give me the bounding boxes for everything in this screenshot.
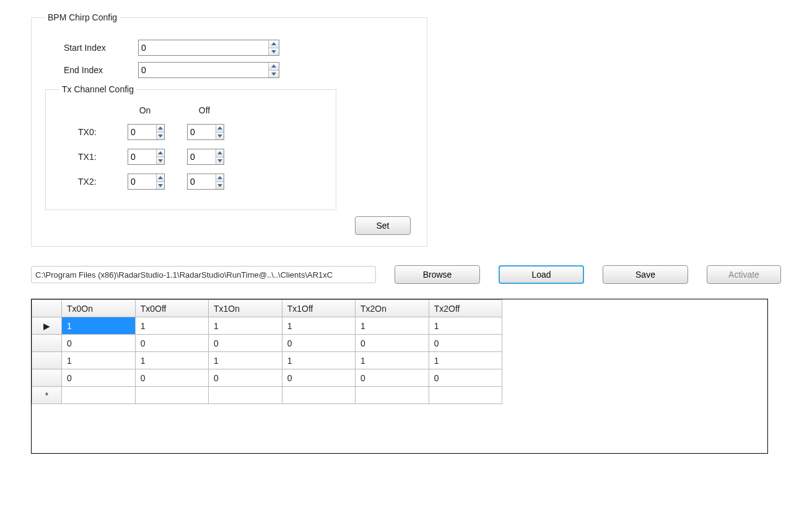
grid-cell[interactable]: 1 (355, 317, 429, 335)
activate-button[interactable]: Activate (707, 265, 781, 284)
grid-cell[interactable]: 0 (135, 335, 208, 352)
grid-cell[interactable]: 1 (208, 317, 282, 335)
tx2-on-up-button[interactable] (157, 174, 164, 182)
set-button[interactable]: Set (355, 216, 411, 235)
grid-cell[interactable]: 0 (62, 369, 136, 387)
tx0-off-down-button[interactable] (216, 133, 224, 140)
svg-marker-9 (158, 159, 163, 162)
tx2-on-down-button[interactable] (157, 182, 164, 190)
end-index-down-button[interactable] (269, 71, 279, 78)
grid-cell[interactable]: 1 (355, 352, 429, 369)
grid-cell[interactable]: 0 (282, 335, 355, 352)
file-path-input[interactable] (31, 266, 376, 283)
load-button[interactable]: Load (499, 265, 584, 284)
tx2-off-input[interactable] (188, 174, 216, 189)
grid-cell[interactable]: 0 (355, 335, 429, 352)
start-index-label: Start Index (64, 43, 138, 53)
tx2-on-stepper[interactable] (128, 174, 165, 190)
tx1-off-stepper[interactable] (187, 149, 224, 165)
start-index-down-button[interactable] (269, 48, 279, 56)
grid-column-header[interactable]: Tx0Off (135, 300, 208, 317)
row-header-new[interactable]: * (32, 387, 62, 404)
grid-cell[interactable]: 0 (62, 335, 136, 352)
table-new-row[interactable]: * (32, 387, 502, 404)
tx1-off-input[interactable] (188, 149, 216, 164)
tx1-on-stepper[interactable] (128, 149, 165, 165)
grid-cell[interactable]: 1 (135, 317, 208, 335)
tx-legend: Tx Channel Config (59, 84, 136, 94)
row-header[interactable] (32, 352, 62, 369)
start-index-input[interactable] (139, 40, 268, 55)
grid-cell[interactable]: 0 (355, 369, 429, 387)
end-index-label: End Index (64, 65, 138, 75)
grid-cell[interactable]: 1 (282, 352, 355, 369)
tx0-on-up-button[interactable] (157, 125, 164, 133)
tx0-on-input[interactable] (128, 125, 156, 139)
grid-cell[interactable] (429, 387, 502, 404)
row-header[interactable]: ▶ (32, 317, 62, 335)
table-row[interactable]: 000000 (32, 335, 502, 352)
tx0-on-down-button[interactable] (157, 133, 164, 140)
svg-marker-14 (217, 176, 222, 179)
grid-cell[interactable]: 1 (429, 352, 502, 369)
row-header[interactable] (32, 369, 62, 387)
bpm-chirp-config-group: BPM Chirp Config Start Index End Index (31, 12, 427, 247)
table-row[interactable]: ▶111111 (32, 317, 502, 335)
tx0-off-up-button[interactable] (216, 125, 224, 133)
tx0-off-input[interactable] (188, 125, 216, 139)
grid-cell[interactable]: 0 (282, 369, 355, 387)
data-grid[interactable]: Tx0OnTx0OffTx1OnTx1OffTx2OnTx2Off▶111111… (32, 299, 502, 404)
grid-column-header[interactable]: Tx1On (208, 300, 282, 317)
grid-cell[interactable]: 0 (135, 369, 208, 387)
grid-cell[interactable]: 0 (208, 369, 282, 387)
tx2-on-input[interactable] (128, 174, 156, 189)
svg-marker-6 (217, 126, 222, 130)
grid-cell[interactable]: 0 (208, 335, 282, 352)
svg-marker-2 (271, 64, 276, 68)
end-index-up-button[interactable] (269, 63, 279, 71)
tx1-off-down-button[interactable] (216, 157, 224, 165)
end-index-stepper[interactable] (138, 62, 279, 78)
grid-corner (32, 300, 62, 317)
end-index-input[interactable] (139, 63, 268, 77)
table-row[interactable]: 000000 (32, 369, 502, 387)
grid-column-header[interactable]: Tx1Off (282, 300, 355, 317)
grid-cell[interactable]: 1 (62, 352, 136, 369)
grid-cell[interactable] (135, 387, 208, 404)
tx2-off-down-button[interactable] (216, 182, 224, 190)
grid-cell[interactable]: 1 (62, 317, 136, 335)
tx1-on-down-button[interactable] (157, 157, 164, 165)
grid-column-header[interactable]: Tx2Off (429, 300, 502, 317)
grid-cell[interactable]: 1 (208, 352, 282, 369)
table-row[interactable]: 111111 (32, 352, 502, 369)
grid-cell[interactable]: 1 (135, 352, 208, 369)
tx1-on-input[interactable] (128, 149, 156, 164)
grid-cell[interactable] (282, 387, 355, 404)
grid-cell[interactable] (62, 387, 136, 404)
grid-cell[interactable] (355, 387, 429, 404)
tx1-on-up-button[interactable] (157, 149, 164, 157)
tx0-off-stepper[interactable] (187, 124, 224, 140)
bpm-legend: BPM Chirp Config (45, 12, 120, 22)
grid-cell[interactable]: 1 (429, 317, 502, 335)
tx1-off-up-button[interactable] (216, 149, 224, 157)
off-column-header: Off (175, 105, 234, 115)
grid-column-header[interactable]: Tx2On (355, 300, 429, 317)
grid-cell[interactable]: 0 (429, 335, 502, 352)
tx2-off-stepper[interactable] (187, 174, 224, 190)
grid-cell[interactable]: 0 (429, 369, 502, 387)
tx1-label: TX1: (78, 152, 128, 162)
grid-cell[interactable] (208, 387, 282, 404)
save-button[interactable]: Save (603, 265, 688, 284)
grid-cell[interactable]: 1 (282, 317, 355, 335)
grid-column-header[interactable]: Tx0On (62, 300, 136, 317)
start-index-up-button[interactable] (269, 40, 279, 48)
svg-marker-1 (271, 50, 276, 53)
tx2-off-up-button[interactable] (216, 174, 224, 182)
tx0-label: TX0: (78, 127, 128, 137)
browse-button[interactable]: Browse (395, 265, 480, 284)
row-header[interactable] (32, 335, 62, 352)
tx0-on-stepper[interactable] (128, 124, 165, 140)
start-index-stepper[interactable] (138, 40, 279, 56)
svg-marker-7 (217, 134, 222, 138)
